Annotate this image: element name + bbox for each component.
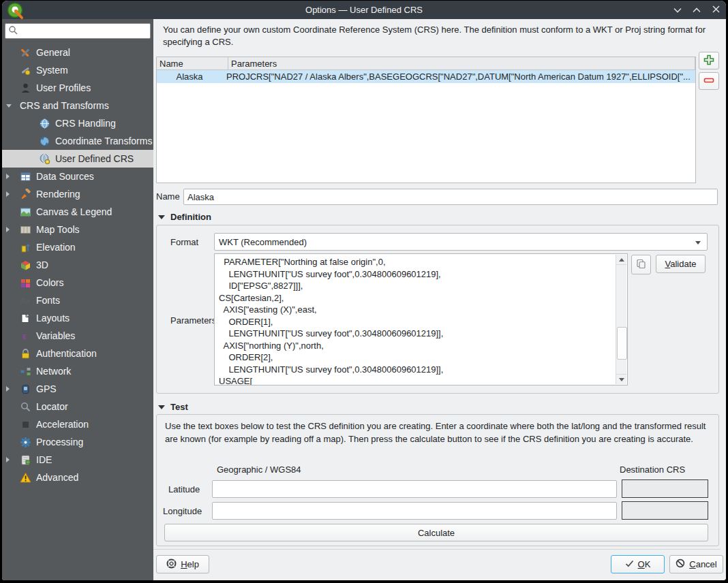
warning-triangle-icon [20,472,31,484]
user-icon [20,82,31,94]
calculate-button[interactable]: Calculate [164,524,708,541]
minimize-button[interactable] [673,5,682,15]
expand-arrow-icon[interactable] [6,227,10,232]
validate-button[interactable]: Validate [656,255,706,273]
collapse-arrow-icon[interactable] [6,104,12,108]
sidebar-item-ide[interactable]: IDE [2,451,153,469]
color-swatches-icon [20,277,31,289]
epsilon-icon: ε [20,330,31,342]
crs-table-row[interactable]: AlaskaPROJCRS["NAD27 / Alaska Albers",BA… [157,70,695,83]
ok-button[interactable]: OK [611,555,665,573]
sidebar-item-label: System [36,65,68,76]
copy-icon [636,259,646,271]
sidebar-item-layouts[interactable]: Layouts [2,309,153,327]
sidebar-item-crs-handling[interactable]: CRS Handling [2,114,153,132]
sidebar-item-authentication[interactable]: Authentication [2,345,153,362]
help-button[interactable]: Help [156,555,209,573]
ok-button-label: OK [638,559,651,569]
sidebar-item-gps[interactable]: GPS [2,380,153,398]
longitude-input[interactable] [212,502,617,520]
sidebar-item-crs-and-transforms[interactable]: CRS and Transforms [2,97,153,114]
script-icon [20,454,31,466]
crs-row-parameters: PROJCRS["NAD27 / Alaska Albers",BASEGEOG… [223,72,695,82]
sidebar-item-label: Data Sources [36,171,94,182]
name-label: Name [156,191,180,202]
check-icon [625,559,634,569]
sidebar-item-fonts[interactable]: AaFonts [2,292,153,309]
sidebar-item-system[interactable]: System [2,61,153,79]
help-icon [166,558,177,571]
svg-text:ε: ε [22,331,27,341]
footer-divider [153,549,721,550]
crs-table-body: AlaskaPROJCRS["NAD27 / Alaska Albers",BA… [157,70,695,83]
format-select[interactable]: WKT (Recommended) [214,233,708,251]
test-section-header[interactable]: Test [158,402,188,412]
sidebar-item-label: Authentication [36,348,97,359]
sidebar-search[interactable] [5,23,151,39]
add-crs-button[interactable] [699,52,719,69]
expand-arrow-icon[interactable] [6,457,10,462]
column-header-name: Name [157,57,228,69]
sidebar-item-rendering[interactable]: Rendering [2,185,153,203]
calculate-button-label: Calculate [418,528,455,538]
svg-text:Aa: Aa [20,296,31,304]
sidebar-item-user-defined-crs[interactable]: User Defined CRS [2,150,153,168]
sidebar-item-data-sources[interactable]: Data Sources [2,168,153,185]
copy-wkt-button[interactable] [631,255,651,274]
scroll-down-icon[interactable] [616,374,626,384]
expand-arrow-icon[interactable] [6,174,10,179]
sidebar-item-coordinate-transforms[interactable]: Coordinate Transforms [2,132,153,150]
sidebar-item-label: Elevation [36,242,76,253]
search-input[interactable] [18,25,150,37]
chevron-down-icon [673,5,682,15]
canvas-icon [20,206,31,218]
crs-name-input[interactable] [183,189,718,205]
sidebar-item-locator[interactable]: Locator [2,398,153,415]
sidebar-item-variables[interactable]: εVariables [2,327,153,345]
scroll-up-icon[interactable] [616,255,626,265]
latitude-input[interactable] [212,480,617,498]
settings-sidebar: GeneralSystemUser ProfilesCRS and Transf… [2,19,153,580]
network-nodes-icon [20,366,31,377]
sidebar-item-canvas-legend[interactable]: Canvas & Legend [2,203,153,221]
sidebar-item-elevation[interactable]: Elevation [2,238,153,256]
sidebar-item-advanced[interactable]: Advanced [2,469,153,486]
remove-crs-button[interactable] [699,72,719,90]
sidebar-item-label: Map Tools [36,224,80,235]
sidebar-item-colors[interactable]: Colors [2,274,153,292]
sidebar-item-label: CRS and Transforms [20,100,109,111]
sidebar-item-network[interactable]: Network [2,362,153,380]
chevron-down-icon [695,241,701,245]
test-section-title: Test [170,402,188,412]
sidebar-item-label: Network [36,366,71,377]
sidebar-item-acceleration[interactable]: Acceleration [2,415,153,433]
wkt-text: PARAMETER["Northing at false origin",0, … [219,256,613,385]
map-icon [20,224,31,236]
expand-arrow-icon[interactable] [6,386,10,392]
sidebar-item-label: General [36,47,70,58]
sidebar-item-label: CRS Handling [55,118,116,129]
gps-device-icon [20,383,31,395]
titlebar[interactable]: Options — User Defined CRS [2,1,726,19]
sidebar-item-processing[interactable]: Processing [2,433,153,451]
scrollbar-thumb[interactable] [617,327,627,360]
sidebar-item-label: Advanced [36,472,78,483]
destination-latitude-output [622,479,708,498]
sidebar-item-3d[interactable]: 3D [2,256,153,274]
sidebar-item-label: Coordinate Transforms [55,136,152,146]
qgis-logo-icon [7,2,25,20]
expand-arrow-icon[interactable] [6,191,10,197]
maximize-button[interactable] [692,5,701,15]
close-button[interactable] [711,5,721,15]
globe-icon [39,118,50,129]
sidebar-item-user-profiles[interactable]: User Profiles [2,79,153,97]
magnifier-icon [20,401,31,413]
validate-button-label: Validate [665,259,696,269]
crs-parameters-editor[interactable]: PARAMETER["Northing at false origin",0, … [214,253,628,385]
cancel-button[interactable]: Cancel [669,555,723,573]
definition-section-header[interactable]: Definition [158,212,211,222]
sidebar-item-general[interactable]: General [2,44,153,61]
layout-page-icon [20,313,31,324]
sidebar-item-map-tools[interactable]: Map Tools [2,221,153,238]
parameters-scrollbar[interactable] [616,255,626,384]
